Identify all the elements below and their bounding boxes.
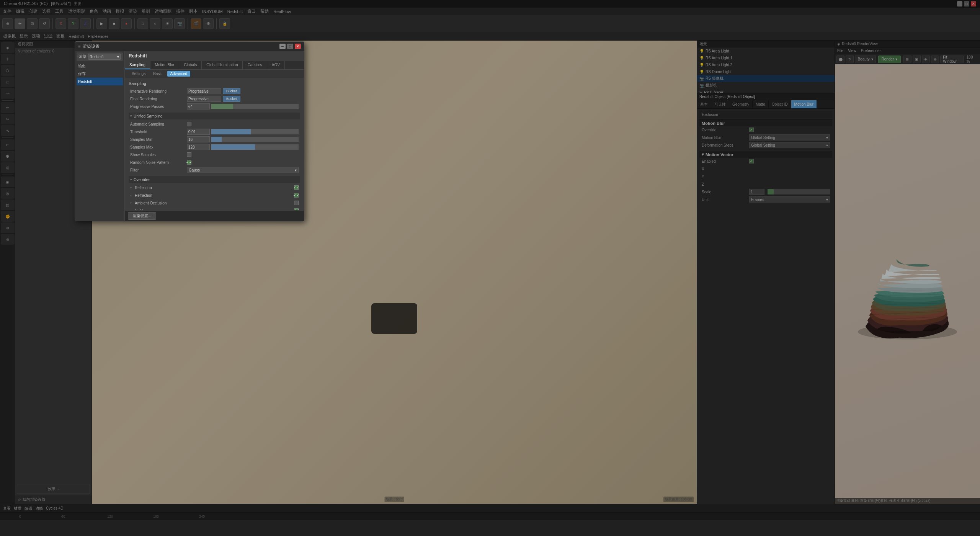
modal-sub-tabs: Settings Basic Advanced: [125, 70, 304, 78]
threshold-input[interactable]: 0.01: [187, 129, 210, 135]
modal-bottom-bar: 渲染设置...: [125, 210, 304, 221]
final-bucket-btn[interactable]: Bucket: [223, 96, 240, 102]
tab-sampling[interactable]: Sampling: [125, 61, 150, 69]
modal-close-btn[interactable]: ✕: [295, 44, 301, 49]
progressive-passes-row: Progressive Passes 64: [129, 103, 300, 110]
ao-checkbox[interactable]: [294, 201, 299, 205]
reflection-override-row: ▾ Reflection ✓: [129, 184, 300, 191]
refraction-override-row: ▾ Refraction ✓: [129, 191, 300, 199]
samples-min-input[interactable]: 16: [187, 136, 210, 142]
tab-caustics[interactable]: Caustics: [243, 61, 267, 69]
tab-aov[interactable]: AOV: [267, 61, 285, 69]
progressive-passes-slider[interactable]: [211, 104, 299, 109]
render-settings-modal: ≡ 渲染设置 ─ □ ✕ 渲染 Redshift ▾: [75, 41, 304, 221]
overrides-header[interactable]: ▾ Overrides: [129, 176, 300, 183]
interactive-bucket-btn[interactable]: Bucket: [223, 88, 240, 94]
ambient-occlusion-row: ▾ Ambient Occlusion: [129, 199, 300, 207]
modal-content: Redshift Sampling Motion Blur Globals: [125, 51, 304, 221]
tab-gi[interactable]: Global Illumination: [202, 61, 243, 69]
light-override-row: ▾ Light ✓: [129, 207, 300, 210]
modal-body: 渲染 Redshift ▾ 输出 保存 Redshift: [75, 51, 304, 221]
threshold-row: Threshold 0.01: [129, 128, 300, 136]
random-noise-checkbox[interactable]: ✓: [187, 160, 191, 165]
reflection-checkbox[interactable]: ✓: [294, 185, 299, 190]
samples-min-row: Samples Min 16: [129, 136, 300, 143]
unified-sampling-section: ▾ Unified Sampling Automatic Sampling Th…: [129, 113, 300, 174]
final-rendering-row: Final Rendering Progressive Bucket: [129, 95, 300, 103]
samples-max-slider[interactable]: [211, 144, 299, 150]
threshold-slider[interactable]: [211, 129, 299, 134]
tab-globals[interactable]: Globals: [179, 61, 202, 69]
automatic-sampling-row: Automatic Sampling: [129, 120, 300, 128]
modal-tree-header: 渲染 Redshift ▾: [77, 52, 123, 61]
modal-controls: ─ □ ✕: [279, 44, 301, 49]
subtab-settings[interactable]: Settings: [129, 71, 149, 77]
progressive-passes-input[interactable]: 64: [187, 103, 210, 109]
subtab-advanced[interactable]: Advanced: [167, 71, 190, 77]
refraction-checkbox[interactable]: ✓: [294, 193, 299, 198]
samples-max-input[interactable]: 128: [187, 144, 210, 150]
filter-dropdown[interactable]: Gauss ▾: [187, 167, 299, 173]
samples-min-slider[interactable]: [211, 137, 299, 142]
sampling-section-label: Sampling: [129, 81, 300, 86]
show-samples-row: Show Samples: [129, 151, 300, 159]
modal-renderer-title: Redshift: [129, 53, 300, 59]
modal-maximize-btn[interactable]: □: [287, 44, 293, 49]
modal-overlay: ≡ 渲染设置 ─ □ ✕ 渲染 Redshift ▾: [0, 0, 980, 536]
modal-titlebar: ≡ 渲染设置 ─ □ ✕: [75, 42, 304, 51]
interactive-mode-dropdown[interactable]: Progressive: [187, 88, 221, 94]
random-noise-row: Random Noise Pattern ✓: [129, 159, 300, 166]
modal-minimize-btn[interactable]: ─: [279, 44, 286, 49]
overrides-section: ▾ Overrides ▾ Reflection ✓ ▾ Refract: [129, 176, 300, 210]
interactive-rendering-row: Interactive Rendering Progressive Bucket: [129, 87, 300, 95]
modal-settings-content: Sampling Interactive Rendering Progressi…: [125, 78, 304, 210]
tree-item-output[interactable]: 输出: [77, 62, 123, 70]
unified-sampling-header[interactable]: ▾ Unified Sampling: [129, 113, 300, 119]
modal-renderer-header: Redshift: [125, 51, 304, 61]
render-settings-bottom-btn[interactable]: 渲染设置...: [128, 212, 156, 220]
final-mode-dropdown[interactable]: Progressive: [187, 96, 221, 102]
show-samples-checkbox[interactable]: [187, 152, 191, 157]
filter-row: Filter Gauss ▾: [129, 166, 300, 174]
renderer-dropdown[interactable]: Redshift ▾: [88, 54, 121, 60]
tree-item-save[interactable]: 保存: [77, 70, 123, 78]
modal-title: ≡ 渲染设置: [78, 44, 100, 49]
tab-motionblur[interactable]: Motion Blur: [150, 61, 180, 69]
samples-max-row: Samples Max 128: [129, 143, 300, 151]
modal-main-tabs: Sampling Motion Blur Globals Global Illu…: [125, 61, 304, 70]
tree-item-redshift[interactable]: Redshift: [77, 78, 123, 85]
automatic-sampling-checkbox[interactable]: [187, 122, 191, 126]
subtab-basic[interactable]: Basic: [150, 71, 165, 77]
modal-tree-panel: 渲染 Redshift ▾ 输出 保存 Redshift: [75, 51, 125, 221]
